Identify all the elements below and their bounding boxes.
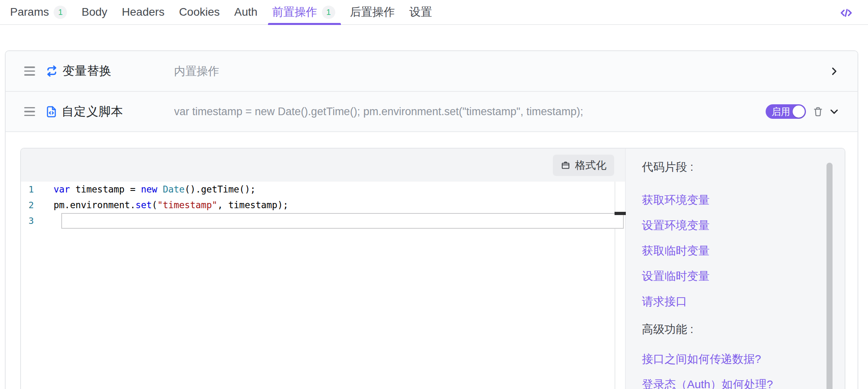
tab-label: Params (10, 6, 49, 19)
code-line[interactable]: 3 (21, 213, 625, 229)
tab-label: 后置操作 (350, 4, 395, 20)
operation-title: 自定义脚本 (62, 103, 123, 120)
operation-row-custom-script[interactable]: 自定义脚本 var timestamp = new Date().getTime… (6, 92, 858, 132)
script-preview-text: var timestamp = new Date().getTime(); pm… (174, 106, 758, 118)
script-editor: 格式化 1 var timestamp = new Date().getTime… (20, 148, 845, 389)
format-button[interactable]: 格式化 (553, 155, 614, 176)
code-area[interactable]: 1 var timestamp = new Date().getTime(); … (21, 182, 625, 389)
pre-operations-panel: 变量替换 内置操作 自定义脚本 var timestamp = new Date… (5, 50, 858, 389)
snippet-link-send-request[interactable]: 请求接口 (642, 289, 845, 314)
trash-icon[interactable] (812, 106, 824, 117)
tab-label: 前置操作 (272, 4, 317, 20)
request-tab-bar: Params 1 Body Headers Cookies Auth 前置操作 … (0, 0, 868, 25)
drag-handle-icon[interactable] (24, 107, 35, 116)
chevron-down-icon[interactable] (829, 106, 840, 117)
snippet-link-get-temp-variable[interactable]: 获取临时变量 (642, 238, 845, 263)
advanced-link-auth-handling[interactable]: 登录态（Auth）如何处理? (642, 372, 845, 389)
tab-label: Cookies (179, 6, 220, 19)
code-editor-pane: 格式化 1 var timestamp = new Date().getTime… (21, 149, 625, 389)
snippet-link-list: 获取环境变量 设置环境变量 获取临时变量 设置临时变量 请求接口 (642, 187, 845, 314)
line-number: 2 (21, 197, 45, 213)
tab-cookies[interactable]: Cookies (179, 0, 220, 24)
swap-cycle-icon (45, 64, 59, 78)
pre-request-count-badge: 1 (322, 6, 335, 19)
tab-headers[interactable]: Headers (122, 0, 164, 24)
script-file-icon (45, 105, 58, 118)
advanced-link-pass-data[interactable]: 接口之间如何传递数据? (642, 346, 845, 372)
operation-subtitle: 内置操作 (174, 64, 219, 79)
line-number: 1 (21, 182, 45, 197)
code-content: pm.environment.set("timestamp", timestam… (45, 197, 289, 213)
editor-toolbar: 格式化 (21, 149, 625, 182)
tab-post-request[interactable]: 后置操作 (350, 0, 395, 24)
operation-row-variable-replace[interactable]: 变量替换 内置操作 (6, 51, 858, 92)
line-number: 3 (21, 213, 45, 229)
tab-label: Body (81, 6, 107, 19)
tab-auth[interactable]: Auth (234, 0, 257, 24)
toggle-knob (793, 106, 805, 118)
tab-label: 设置 (409, 4, 432, 20)
params-count-badge: 1 (54, 6, 67, 19)
tab-pre-request[interactable]: 前置操作 1 (272, 0, 335, 24)
drag-handle-icon[interactable] (24, 66, 35, 76)
tab-label: Auth (234, 6, 257, 19)
format-icon (561, 160, 571, 170)
sidebar-scrollbar[interactable] (826, 163, 833, 389)
tab-settings[interactable]: 设置 (409, 0, 432, 24)
snippet-link-get-env-variable[interactable]: 获取环境变量 (642, 187, 845, 213)
code-content: var timestamp = new Date().getTime(); (45, 182, 255, 197)
enable-toggle[interactable]: 启用 (766, 104, 806, 119)
code-view-icon[interactable] (839, 6, 853, 20)
toggle-label: 启用 (772, 106, 790, 118)
overview-cursor-marker (615, 212, 626, 215)
operation-title: 变量替换 (62, 63, 112, 79)
code-content (45, 213, 54, 229)
code-snippets-sidebar: 代码片段 : 获取环境变量 设置环境变量 获取临时变量 设置临时变量 请求接口 … (625, 149, 845, 389)
tab-label: Headers (122, 6, 164, 19)
code-line[interactable]: 2 pm.environment.set("timestamp", timest… (21, 197, 625, 213)
tab-params[interactable]: Params 1 (10, 0, 67, 24)
snippets-heading: 代码片段 : (642, 159, 845, 175)
code-line[interactable]: 1 var timestamp = new Date().getTime(); (21, 182, 625, 197)
snippet-link-set-env-variable[interactable]: 设置环境变量 (642, 213, 845, 238)
advanced-link-list: 接口之间如何传递数据? 登录态（Auth）如何处理? (642, 346, 845, 389)
advanced-heading: 高级功能 : (642, 321, 845, 337)
snippet-link-set-temp-variable[interactable]: 设置临时变量 (642, 263, 845, 289)
tab-body[interactable]: Body (81, 0, 107, 24)
chevron-right-icon[interactable] (829, 66, 840, 77)
format-button-label: 格式化 (575, 158, 606, 172)
